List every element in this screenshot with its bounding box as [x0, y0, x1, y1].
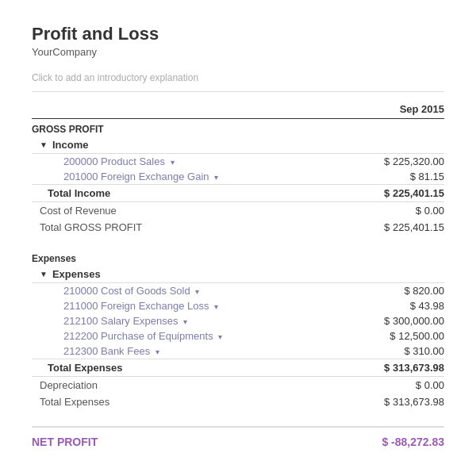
depreciation-amount: $ 0.00 — [365, 379, 444, 391]
account-201000-amount: $ 81.15 — [365, 171, 444, 182]
income-group-label: Income — [52, 139, 89, 151]
list-item: 211000 Foreign Exchange Loss ▾ $ 43.98 — [32, 298, 444, 313]
account-211000-dropdown-icon[interactable]: ▾ — [214, 302, 218, 311]
total-income-row: Total Income $ 225,401.15 — [32, 184, 444, 202]
gross-profit-label: GROSS PROFIT — [32, 119, 444, 136]
account-211000-link[interactable]: 211000 Foreign Exchange Loss ▾ — [63, 300, 218, 312]
account-212200-link[interactable]: 212200 Purchase of Equipments ▾ — [63, 330, 222, 342]
account-212200-dropdown-icon[interactable]: ▾ — [218, 332, 222, 341]
intro-placeholder[interactable]: Click to add an introductory explanation — [32, 72, 444, 92]
total-expenses-outer-label: Total Expenses — [32, 396, 109, 408]
account-200000-link[interactable]: 200000 Product Sales ▾ — [63, 155, 175, 167]
income-group-header[interactable]: ▼ Income — [32, 136, 444, 154]
account-210000-amount: $ 820.00 — [365, 285, 444, 297]
company-name: YourCompany — [32, 46, 444, 58]
list-item: 212200 Purchase of Equipments ▾ $ 12,500… — [32, 328, 444, 344]
account-212200-amount: $ 12,500.00 — [365, 330, 444, 342]
net-profit-label: NET PROFIT — [32, 436, 98, 448]
total-expenses-inner-row: Total Expenses $ 313,673.98 — [32, 359, 444, 377]
cost-of-revenue-amount: $ 0.00 — [365, 205, 444, 217]
total-income-label: Total Income — [48, 187, 110, 199]
account-212100-dropdown-icon[interactable]: ▾ — [183, 317, 187, 326]
depreciation-label: Depreciation — [32, 379, 98, 391]
expenses-section-label: Expenses — [32, 248, 444, 266]
expenses-collapse-icon: ▼ — [40, 270, 48, 278]
net-profit-amount: $ -88,272.83 — [365, 436, 444, 448]
account-200000-amount: $ 225,320.00 — [365, 155, 444, 167]
account-212300-amount: $ 310.00 — [365, 345, 444, 357]
page-title: Profit and Loss — [32, 24, 444, 44]
account-212300-dropdown-icon[interactable]: ▾ — [155, 347, 159, 356]
cost-of-revenue-row: Cost of Revenue $ 0.00 — [32, 202, 444, 219]
total-income-amount: $ 225,401.15 — [384, 187, 444, 199]
list-item: 212100 Salary Expenses ▾ $ 300,000.00 — [32, 313, 444, 328]
period-header: Sep 2015 — [400, 103, 444, 115]
list-item: 212300 Bank Fees ▾ $ 310.00 — [32, 344, 444, 359]
expenses-group-label: Expenses — [52, 268, 101, 280]
expenses-group-header[interactable]: ▼ Expenses — [32, 266, 444, 283]
account-210000-dropdown-icon[interactable]: ▾ — [195, 287, 199, 296]
list-item: 200000 Product Sales ▾ $ 225,320.00 — [32, 154, 444, 169]
list-item: 201000 Foreign Exchange Gain ▾ $ 81.15 — [32, 169, 444, 184]
account-201000-dropdown-icon[interactable]: ▾ — [214, 173, 218, 182]
account-212300-link[interactable]: 212300 Bank Fees ▾ — [63, 345, 159, 357]
total-expenses-inner-amount: $ 313,673.98 — [384, 362, 444, 374]
account-212100-link[interactable]: 212100 Salary Expenses ▾ — [63, 315, 187, 327]
account-201000-link[interactable]: 201000 Foreign Exchange Gain ▾ — [63, 171, 218, 182]
net-profit-section: NET PROFIT $ -88,272.83 — [32, 426, 444, 448]
list-item: 210000 Cost of Goods Sold ▾ $ 820.00 — [32, 283, 444, 298]
total-gross-profit-row: Total GROSS PROFIT $ 225,401.15 — [32, 219, 444, 236]
account-200000-dropdown-icon[interactable]: ▾ — [171, 158, 175, 167]
total-gross-profit-amount: $ 225,401.15 — [365, 221, 444, 233]
account-211000-amount: $ 43.98 — [365, 300, 444, 312]
total-expenses-outer-amount: $ 313,673.98 — [365, 396, 444, 408]
account-210000-link[interactable]: 210000 Cost of Goods Sold ▾ — [63, 285, 199, 297]
total-gross-profit-label: Total GROSS PROFIT — [32, 221, 142, 233]
cost-of-revenue-label: Cost of Revenue — [32, 205, 117, 217]
total-expenses-inner-label: Total Expenses — [48, 362, 122, 374]
total-expenses-outer-row: Total Expenses $ 313,673.98 — [32, 393, 444, 410]
income-collapse-icon: ▼ — [40, 140, 48, 149]
account-212100-amount: $ 300,000.00 — [365, 315, 444, 327]
depreciation-row: Depreciation $ 0.00 — [32, 377, 444, 393]
